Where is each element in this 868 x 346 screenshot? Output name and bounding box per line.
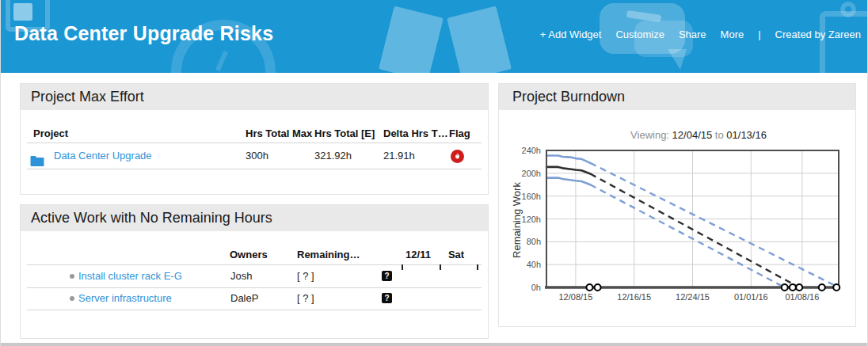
- more-button[interactable]: More: [721, 29, 744, 40]
- chart-x-tick-label: 12/08/15: [558, 292, 592, 302]
- table-row: Install cluster rack E-G Josh [ ? ] ?: [21, 265, 488, 287]
- column-header-remaining[interactable]: Remaining…: [297, 249, 360, 260]
- chart-series-expected-low-solid: [546, 178, 590, 185]
- owner-value: Josh: [230, 265, 252, 287]
- task-link[interactable]: Server infrastructure: [78, 287, 172, 310]
- chart-series-expected-high-projection: [590, 163, 839, 287]
- created-by-label: Created by Zareen: [775, 29, 861, 40]
- panel-title: Project Max Effort: [21, 84, 488, 110]
- chart-y-tick-label: 240h: [522, 146, 541, 155]
- chart-title: Viewing: 12/04/15 to 01/13/16: [499, 129, 855, 141]
- chart-zero-marker: [782, 284, 788, 291]
- chart-series-expected-high-solid: [546, 155, 590, 162]
- panel-title: Project Burndown: [499, 84, 855, 110]
- project-max-effort-panel: Project Max Effort Project Hrs Total Max…: [20, 83, 489, 195]
- viewing-label: Viewing:: [630, 129, 669, 141]
- chart-series-expected-low-projection: [590, 184, 784, 287]
- column-header-date[interactable]: 12/11: [399, 249, 437, 260]
- chart-y-tick-label: 0h: [531, 283, 541, 292]
- question-badge-icon[interactable]: ?: [382, 271, 392, 281]
- chart-zero-marker: [819, 284, 825, 291]
- chart-zero-marker: [833, 284, 839, 291]
- active-work-panel: Active Work with No Remaining Hours Owne…: [20, 204, 489, 339]
- banner-actions: + Add Widget Customize Share More | Crea…: [540, 29, 861, 40]
- page-title: Data Center Upgrade Risks: [14, 22, 273, 45]
- window-icon-pane: [13, 3, 32, 21]
- panel-title: Active Work with No Remaining Hours: [21, 205, 488, 231]
- remaining-value: [ ? ]: [297, 265, 314, 287]
- column-header-flag[interactable]: Flag: [449, 127, 470, 139]
- share-button[interactable]: Share: [679, 29, 706, 40]
- burndown-chart: 0h40h80h120h160h200h240h12/08/1512/16/15…: [499, 146, 857, 314]
- chart-zero-marker: [790, 284, 796, 291]
- chart-zero-marker: [595, 284, 601, 291]
- column-header-project[interactable]: Project: [33, 127, 68, 139]
- remaining-value: [ ? ]: [297, 287, 314, 310]
- owner-value: DaleP: [230, 287, 258, 310]
- bullet-icon: [70, 274, 74, 279]
- chart-series-expected-projection: [590, 174, 799, 287]
- divider: [27, 169, 482, 169]
- bullet-icon: [70, 296, 74, 301]
- column-header-owners[interactable]: Owners: [230, 249, 268, 260]
- table-row: Data Center Upgrade 300h 321.92h 21.91h: [21, 143, 488, 169]
- chart-y-tick-label: 80h: [527, 237, 541, 246]
- chart-zero-marker: [586, 284, 592, 291]
- folder-icon: [30, 150, 44, 176]
- chart-y-tick-label: 120h: [522, 215, 541, 224]
- chart-zero-marker: [796, 284, 802, 291]
- add-widget-button[interactable]: + Add Widget: [540, 29, 602, 40]
- window-bottom-edge: [1, 343, 868, 346]
- badge-ring-icon: [840, 2, 856, 17]
- chart-series-expected-solid: [546, 167, 590, 174]
- hrs-total-max-value: 300h: [246, 143, 268, 169]
- delta-hrs-value: 21.91h: [383, 143, 415, 169]
- chart-y-tick-label: 200h: [522, 169, 541, 178]
- task-link[interactable]: Install cluster rack E-G: [78, 265, 182, 287]
- column-header-hrs-total-max[interactable]: Hrs Total Max: [246, 127, 312, 139]
- to-label: to: [715, 129, 724, 141]
- open-box-icon: [379, 6, 444, 73]
- chart-x-tick-label: 01/01/16: [734, 292, 768, 302]
- dashboard-banner: Data Center Upgrade Risks + Add Widget C…: [1, 0, 868, 73]
- badge-icon: [820, 11, 868, 73]
- chart-y-tick-label: 40h: [527, 260, 541, 269]
- dashboard-page: Data Center Upgrade Risks + Add Widget C…: [0, 0, 868, 346]
- date-to: 01/13/16: [726, 129, 767, 141]
- table-row: Server infrastructure DaleP [ ? ] ?: [21, 287, 488, 310]
- date-from: 12/04/15: [672, 129, 713, 141]
- chart-x-tick-label: 12/24/15: [676, 292, 710, 302]
- question-badge-icon[interactable]: ?: [382, 293, 392, 303]
- chart-x-tick-label: 12/16/15: [617, 292, 651, 302]
- column-header-delta-hrs[interactable]: Delta Hrs T…: [383, 127, 448, 139]
- chart-y-tick-label: 160h: [522, 192, 541, 201]
- column-header-day[interactable]: Sat: [437, 249, 475, 260]
- open-box-icon: [447, 6, 512, 73]
- alert-flame-icon[interactable]: [451, 150, 464, 163]
- column-header-hrs-total-e[interactable]: Hrs Total [E]: [314, 127, 375, 139]
- customize-button[interactable]: Customize: [615, 29, 664, 40]
- chart-x-tick-label: 01/08/16: [785, 292, 819, 302]
- project-link[interactable]: Data Center Upgrade: [54, 143, 152, 169]
- hrs-total-e-value: 321.92h: [314, 143, 352, 169]
- separator: |: [758, 29, 760, 40]
- divider: [27, 310, 482, 310]
- project-burndown-panel: Project Burndown Viewing: 12/04/15 to 01…: [498, 83, 856, 327]
